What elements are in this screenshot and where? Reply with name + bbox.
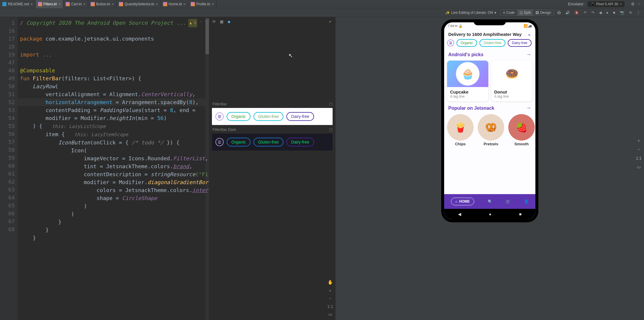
chip-gluten[interactable]: Gluten-free bbox=[253, 138, 283, 146]
close-icon[interactable]: × bbox=[30, 2, 33, 6]
back-icon[interactable]: ◀ bbox=[597, 11, 603, 15]
close-icon[interactable]: × bbox=[620, 2, 622, 6]
chip-dairy[interactable]: Dairy-free bbox=[286, 112, 314, 121]
zoom-in-button[interactable]: + bbox=[638, 138, 640, 143]
tab-readme[interactable]: README.md× bbox=[0, 0, 36, 8]
volume-down-icon[interactable]: 🔇 bbox=[573, 11, 580, 15]
compose-preview: ⟳ ▦ ◆ ✔ ↖ FilterBar▢ ☰ Organic Gluten-fr… bbox=[209, 17, 336, 320]
nav-home[interactable]: ⌂HOME bbox=[451, 198, 474, 205]
arrow-right-icon[interactable]: → bbox=[526, 105, 531, 111]
rotate-right-icon[interactable]: ↷ bbox=[590, 11, 596, 15]
zoom-out-button[interactable]: − bbox=[638, 147, 640, 152]
filter-icon[interactable]: ☰ bbox=[447, 39, 454, 46]
chevron-down-icon: ⌄ bbox=[527, 31, 531, 37]
nav-search-icon[interactable]: 🔍 bbox=[488, 199, 492, 204]
refresh-icon[interactable]: ⟲ bbox=[628, 11, 633, 15]
power-icon[interactable]: ⏻ bbox=[556, 11, 562, 15]
snack-label: Pretzels bbox=[478, 142, 504, 146]
tab-home[interactable]: Home.kt× bbox=[161, 0, 188, 8]
preview-filterbar-light[interactable]: ☰ Organic Gluten-free Dairy-free bbox=[212, 108, 333, 125]
snack-image: 🧁 bbox=[456, 62, 479, 86]
sys-back[interactable]: ◀ bbox=[458, 212, 461, 216]
view-split[interactable]: ◫Split bbox=[517, 10, 533, 16]
nav-cart-icon[interactable]: 🛒 bbox=[506, 199, 510, 204]
filter-icon[interactable]: ☰ bbox=[215, 112, 224, 121]
popular-pretzels[interactable]: 🥨Pretzels bbox=[478, 114, 504, 146]
delivery-address[interactable]: Delivery to 1600 Amphitheater Way⌄ bbox=[444, 28, 535, 39]
filter-icon[interactable]: ☰ bbox=[215, 138, 224, 146]
chip-organic[interactable]: Organic bbox=[227, 112, 250, 121]
system-nav: ◀ ● ■ bbox=[444, 209, 535, 219]
tab-profile[interactable]: Profile.kt× bbox=[188, 0, 217, 8]
card-cupcake[interactable]: 🧁 CupcakeA tag line bbox=[447, 61, 488, 101]
code-icon: ≡ bbox=[503, 11, 505, 15]
kotlin-icon bbox=[119, 2, 123, 6]
chip-gluten[interactable]: Gluten-free bbox=[479, 39, 505, 47]
refresh-icon[interactable]: ⟳ bbox=[213, 19, 216, 24]
image-icon: 🖼 bbox=[535, 11, 539, 15]
phone-screen[interactable]: 7:04 ✉ 🔒📶◢▮ Delivery to 1600 Amphitheate… bbox=[444, 22, 535, 219]
chip-dairy[interactable]: Dairy-free bbox=[508, 39, 532, 47]
snack-image: 🥨 bbox=[478, 114, 504, 141]
zoom-in-button[interactable]: + bbox=[327, 288, 334, 293]
picks-cards[interactable]: 🧁 CupcakeA tag line 🍩 DonutA tag line bbox=[444, 59, 535, 103]
arrow-right-icon[interactable]: → bbox=[526, 51, 531, 58]
tab-filters[interactable]: Filters.kt× bbox=[36, 0, 64, 8]
sys-overview[interactable]: ■ bbox=[519, 212, 522, 216]
view-code[interactable]: ≡Code bbox=[501, 10, 517, 16]
more-icon[interactable]: ⋮ bbox=[635, 11, 642, 15]
layers-icon[interactable]: ◆ bbox=[228, 19, 230, 24]
markdown-icon bbox=[2, 2, 6, 6]
close-icon[interactable]: × bbox=[83, 2, 85, 6]
home-icon[interactable]: ● bbox=[605, 11, 610, 15]
warning-badge[interactable]: ▲ 1 bbox=[188, 19, 197, 27]
camera-icon[interactable]: 📷 bbox=[618, 11, 626, 15]
chevron-up-icon[interactable]: ˄ bbox=[200, 19, 202, 27]
popular-smoothie[interactable]: 🍓Smooth bbox=[508, 114, 535, 146]
popular-row[interactable]: 🍟Chips 🥨Pretzels 🍓Smooth bbox=[444, 112, 535, 148]
tab-button[interactable]: Button.kt× bbox=[88, 0, 117, 8]
popular-chips[interactable]: 🍟Chips bbox=[447, 114, 474, 146]
check-icon: ✔ bbox=[329, 19, 332, 24]
zoom-out-button[interactable]: − bbox=[327, 296, 334, 301]
nav-profile-icon[interactable]: 👤 bbox=[524, 199, 529, 204]
gear-icon[interactable]: ⚙ bbox=[631, 2, 635, 6]
chip-organic[interactable]: Organic bbox=[227, 138, 250, 146]
close-icon[interactable]: × bbox=[183, 2, 186, 6]
fit-icon[interactable]: ▭ bbox=[637, 165, 641, 169]
device-icon[interactable]: ▦ bbox=[220, 19, 223, 24]
pan-icon[interactable]: ✋ bbox=[327, 280, 334, 285]
rotate-left-icon[interactable]: ↶ bbox=[582, 11, 588, 15]
chip-organic[interactable]: Organic bbox=[457, 39, 477, 47]
sys-home[interactable]: ● bbox=[489, 212, 491, 216]
live-edit-toggle[interactable]: ✨Live Editing of Literals: ON▾ bbox=[445, 11, 496, 15]
close-icon[interactable]: × bbox=[112, 2, 114, 6]
device-selector[interactable]: 📱Pixel 5 API 30× bbox=[587, 1, 625, 7]
source-code[interactable]: / Copyright 2020 The Android Open Source… bbox=[20, 19, 209, 242]
emulator-zoom-tools: + − 1:1 ▭ bbox=[636, 138, 642, 169]
view-design[interactable]: 🖼Design bbox=[533, 10, 553, 16]
device-outline-icon[interactable]: ▢ bbox=[329, 127, 333, 132]
overview-icon[interactable]: ■ bbox=[612, 11, 617, 15]
preview-filterbar-dark[interactable]: ☰ Organic Gluten-free Dairy-free bbox=[212, 134, 333, 151]
close-icon[interactable]: × bbox=[156, 2, 158, 6]
device-outline-icon[interactable]: ▢ bbox=[329, 102, 333, 106]
emulator-label: Emulator: bbox=[565, 2, 587, 6]
minus-icon[interactable]: − bbox=[638, 2, 640, 6]
zoom-ratio[interactable]: 1:1 bbox=[327, 304, 334, 309]
zoom-ratio[interactable]: 1:1 bbox=[636, 156, 642, 161]
code-area[interactable]: ▲ 1 ˄ ˅ / Copyright 2020 The Android Ope… bbox=[18, 17, 209, 320]
tab-cart[interactable]: Cart.kt× bbox=[63, 0, 88, 8]
card-donut[interactable]: 🍩 DonutA tag line bbox=[491, 61, 532, 101]
close-icon[interactable]: × bbox=[212, 2, 214, 6]
tab-quantity[interactable]: QuantitySelector.kt× bbox=[117, 0, 161, 8]
close-icon[interactable]: × bbox=[58, 2, 61, 6]
chip-gluten[interactable]: Gluten-free bbox=[253, 112, 283, 121]
snack-image: 🍓 bbox=[508, 114, 535, 141]
chevron-down-icon[interactable]: ˅ bbox=[205, 19, 207, 27]
volume-up-icon[interactable]: 🔊 bbox=[564, 11, 571, 15]
inspection-markers[interactable]: ▲ 1 ˄ ˅ bbox=[188, 19, 207, 27]
code-editor[interactable]: 1161718194748495051525354555657585960616… bbox=[0, 17, 209, 320]
chip-dairy[interactable]: Dairy-free bbox=[286, 138, 314, 146]
fit-icon[interactable]: ▭ bbox=[327, 312, 334, 317]
